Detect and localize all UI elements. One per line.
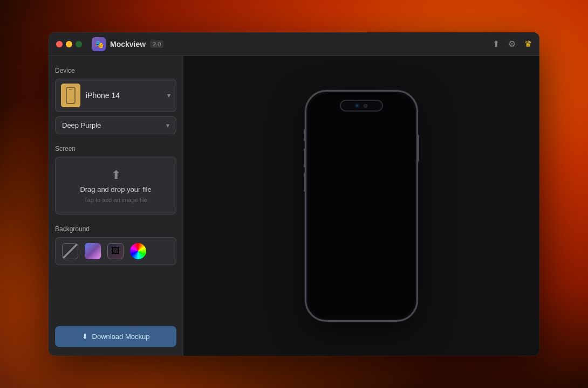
volume-down-button xyxy=(304,172,305,192)
close-button[interactable] xyxy=(56,41,63,47)
device-name: iPhone 14 xyxy=(86,91,162,100)
screen-section: Screen ⬆ Drag and drop your file Tap to … xyxy=(55,143,176,214)
device-chevron-icon: ▾ xyxy=(167,92,170,99)
power-button xyxy=(418,135,419,162)
app-title: Mockview xyxy=(110,40,146,48)
mute-button xyxy=(304,129,305,141)
upload-subtitle: Tap to add an image file xyxy=(84,197,147,203)
background-section: Background 🖼 xyxy=(55,223,176,317)
upload-title: Drag and drop your file xyxy=(80,185,151,193)
front-camera xyxy=(364,104,367,108)
dynamic-island xyxy=(340,100,383,112)
device-dropdown[interactable]: iPhone 14 ▾ xyxy=(55,79,176,112)
main-content: Device iPhone 14 ▾ Deep Purple ▾ Screen … xyxy=(49,56,539,356)
app-logo: 🎭 xyxy=(92,37,106,51)
volume-up-button xyxy=(304,148,305,168)
sidebar: Device iPhone 14 ▾ Deep Purple ▾ Screen … xyxy=(49,56,183,356)
bg-option-gradient[interactable] xyxy=(85,243,101,259)
background-section-label: Background xyxy=(55,225,176,233)
traffic-lights xyxy=(56,41,82,47)
color-dropdown[interactable]: Deep Purple ▾ xyxy=(55,116,176,134)
maximize-button[interactable] xyxy=(76,41,82,47)
bg-option-color[interactable] xyxy=(130,243,146,259)
background-options: 🖼 xyxy=(55,237,176,265)
crown-icon[interactable]: ♛ xyxy=(524,39,532,49)
settings-icon[interactable]: ⚙ xyxy=(508,39,516,49)
bg-option-transparent[interactable] xyxy=(62,243,78,259)
app-version: 2.0 xyxy=(150,40,163,48)
phone-icon xyxy=(66,87,76,104)
minimize-button[interactable] xyxy=(66,41,72,47)
bg-option-image[interactable]: 🖼 xyxy=(107,243,124,259)
import-icon[interactable]: ⬆ xyxy=(493,39,500,49)
canvas-area xyxy=(183,56,539,356)
phone-screen xyxy=(308,93,415,318)
device-section-label: Device xyxy=(55,67,176,74)
download-label: Download Mockup xyxy=(92,332,150,341)
face-id-sensor xyxy=(356,105,358,107)
image-icon: 🖼 xyxy=(108,244,123,259)
color-chevron-icon: ▾ xyxy=(166,122,169,129)
device-icon-wrap xyxy=(61,84,80,107)
download-icon: ⬇ xyxy=(82,332,88,341)
screen-section-label: Screen xyxy=(55,145,176,153)
color-name: Deep Purple xyxy=(62,121,166,129)
title-bar: 🎭 Mockview 2.0 ⬆ ⚙ ♛ xyxy=(49,32,539,56)
upload-area[interactable]: ⬆ Drag and drop your file Tap to add an … xyxy=(55,157,176,214)
app-window: 🎭 Mockview 2.0 ⬆ ⚙ ♛ Device iPhone 14 ▾ … xyxy=(49,32,539,356)
upload-icon: ⬆ xyxy=(111,168,121,182)
phone-mockup xyxy=(305,90,418,322)
download-button[interactable]: ⬇ Download Mockup xyxy=(55,326,176,347)
title-bar-icons: ⬆ ⚙ ♛ xyxy=(493,39,532,49)
